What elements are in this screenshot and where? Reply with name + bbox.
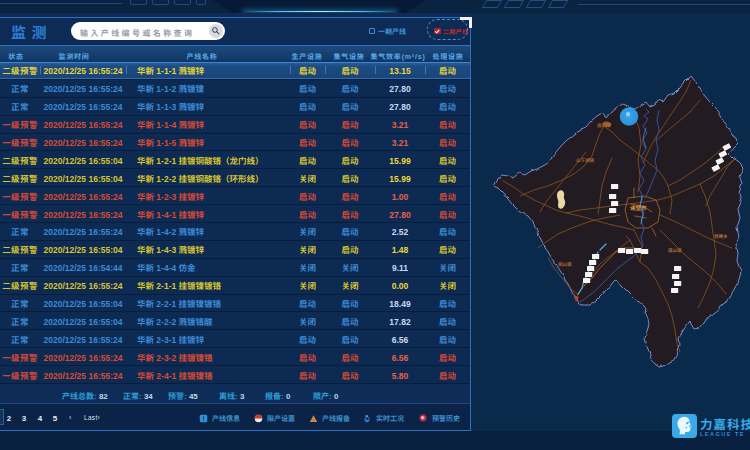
svg-text:西畴乡: 西畴乡 xyxy=(714,233,728,239)
svg-text:店口镇: 店口镇 xyxy=(597,122,611,128)
svg-text:同山镇: 同山镇 xyxy=(558,261,572,267)
svg-text:山下湖镇: 山下湖镇 xyxy=(576,157,594,163)
svg-text:诸暨市: 诸暨市 xyxy=(630,204,647,212)
svg-text:璜山镇: 璜山镇 xyxy=(668,247,682,253)
